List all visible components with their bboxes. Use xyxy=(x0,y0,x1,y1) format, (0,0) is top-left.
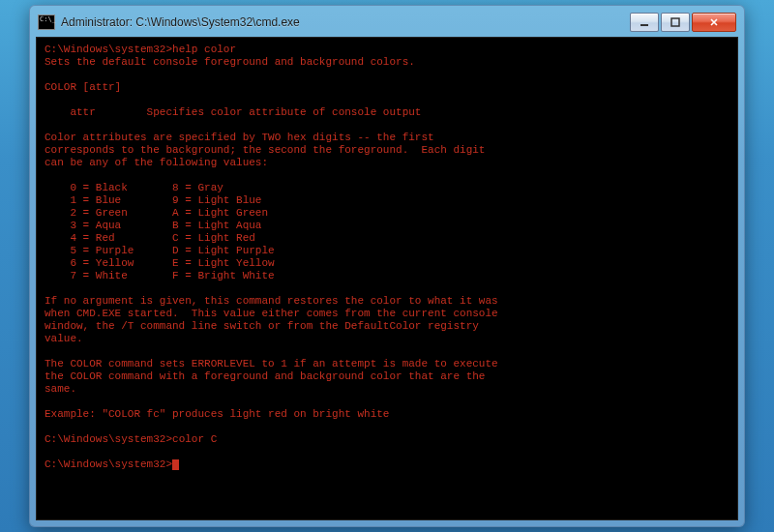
color-row: 7 = White F = Bright White xyxy=(45,270,275,281)
color-row: 0 = Black 8 = Gray xyxy=(45,182,223,193)
color-row: 3 = Aqua B = Light Aqua xyxy=(45,220,261,231)
console-output: C:\Windows\system32>help color Sets the … xyxy=(45,44,729,471)
command-text: color C xyxy=(172,433,217,445)
color-row: 2 = Green A = Light Green xyxy=(45,207,268,219)
help-line: window, the /T command line switch or fr… xyxy=(45,320,479,332)
color-row: 1 = Blue 9 = Light Blue xyxy=(45,194,261,206)
svg-rect-1 xyxy=(671,18,679,26)
help-line: The COLOR command sets ERRORLEVEL to 1 i… xyxy=(45,358,498,369)
cursor xyxy=(172,459,179,470)
help-line: Color attributes are specified by TWO he… xyxy=(45,132,434,143)
help-line: when CMD.EXE started. This value either … xyxy=(45,308,498,319)
help-line: COLOR [attr] xyxy=(45,81,121,93)
help-line: Sets the default console foreground and … xyxy=(45,56,415,68)
help-line: can be any of the following values: xyxy=(45,157,268,168)
window-controls xyxy=(628,13,736,32)
help-line: If no argument is given, this command re… xyxy=(45,295,498,307)
close-button[interactable] xyxy=(692,13,736,32)
minimize-button[interactable] xyxy=(630,13,659,32)
help-line: the COLOR command with a foreground and … xyxy=(45,370,485,382)
console-area[interactable]: C:\Windows\system32>help color Sets the … xyxy=(36,37,738,520)
help-line: value. xyxy=(45,333,83,344)
prompt: C:\Windows\system32> xyxy=(45,458,172,470)
prompt: C:\Windows\system32> xyxy=(45,433,172,445)
command-text: help color xyxy=(172,44,236,55)
window-title: Administrator: C:\Windows\System32\cmd.e… xyxy=(61,15,628,29)
prompt: C:\Windows\system32> xyxy=(45,44,172,55)
help-line: attr Specifies color attribute of consol… xyxy=(45,106,421,118)
help-line: corresponds to the background; the secon… xyxy=(45,144,485,156)
maximize-button[interactable] xyxy=(661,13,690,32)
help-line: Example: "COLOR fc" produces light red o… xyxy=(45,408,389,420)
cmd-window: Administrator: C:\Windows\System32\cmd.e… xyxy=(29,5,745,527)
titlebar[interactable]: Administrator: C:\Windows\System32\cmd.e… xyxy=(36,12,738,37)
color-row: 5 = Purple D = Light Purple xyxy=(45,245,275,256)
svg-rect-0 xyxy=(640,24,648,26)
help-line: same. xyxy=(45,383,76,395)
cmd-icon xyxy=(38,15,55,30)
color-row: 4 = Red C = Light Red xyxy=(45,232,255,244)
color-row: 6 = Yellow E = Light Yellow xyxy=(45,257,275,269)
